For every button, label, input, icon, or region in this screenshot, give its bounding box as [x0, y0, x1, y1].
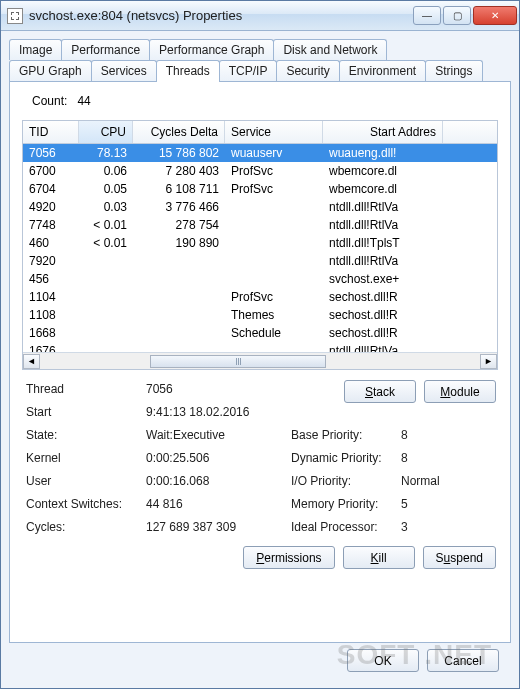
- col-tid[interactable]: TID: [23, 121, 79, 143]
- col-service[interactable]: Service: [225, 121, 323, 143]
- minimize-button[interactable]: ―: [413, 6, 441, 25]
- table-row[interactable]: 1108Themessechost.dll!R: [23, 306, 497, 324]
- kill-button[interactable]: Kill: [343, 546, 415, 569]
- tab-strip: Image Performance Performance Graph Disk…: [9, 39, 511, 82]
- tab-image[interactable]: Image: [9, 39, 62, 60]
- cell-cycles: 190 890: [133, 235, 225, 251]
- maximize-button[interactable]: ▢: [443, 6, 471, 25]
- cell-cycles: 7 280 403: [133, 163, 225, 179]
- window-title: svchost.exe:804 (netsvcs) Properties: [29, 8, 413, 23]
- cell-tid: 1676: [23, 343, 79, 352]
- cell-tid: 6700: [23, 163, 79, 179]
- cell-addr: svchost.exe+: [323, 271, 443, 287]
- scroll-track[interactable]: [40, 354, 480, 369]
- cell-service: [225, 242, 323, 244]
- ok-button[interactable]: OK: [347, 649, 419, 672]
- count-label: Count:: [32, 94, 67, 108]
- scroll-right-arrow[interactable]: ►: [480, 354, 497, 369]
- cell-cpu: 0.03: [79, 199, 133, 215]
- table-row[interactable]: 1668Schedulesechost.dll!R: [23, 324, 497, 342]
- cell-tid: 456: [23, 271, 79, 287]
- titlebar[interactable]: svchost.exe:804 (netsvcs) Properties ― ▢…: [1, 1, 519, 31]
- app-icon: [7, 8, 23, 24]
- tab-environment[interactable]: Environment: [339, 60, 426, 82]
- cell-service: ProfSvc: [225, 289, 323, 305]
- cycles-value: 127 689 387 309: [146, 520, 291, 534]
- cell-cycles: 15 786 802: [133, 145, 225, 161]
- cell-service: [225, 206, 323, 208]
- cell-cycles: [133, 314, 225, 316]
- tab-tcpip[interactable]: TCP/IP: [219, 60, 278, 82]
- table-row[interactable]: 49200.033 776 466ntdll.dll!RtlVa: [23, 198, 497, 216]
- table-row[interactable]: 67040.056 108 711ProfSvcwbemcore.dl: [23, 180, 497, 198]
- tab-gpu-graph[interactable]: GPU Graph: [9, 60, 92, 82]
- cell-addr: ntdll.dll!RtlVa: [323, 217, 443, 233]
- cell-cpu: < 0.01: [79, 235, 133, 251]
- cell-addr: ntdll.dll!RtlVa: [323, 253, 443, 269]
- suspend-button[interactable]: Suspend: [423, 546, 496, 569]
- close-button[interactable]: ✕: [473, 6, 517, 25]
- cell-tid: 7056: [23, 145, 79, 161]
- tab-performance-graph[interactable]: Performance Graph: [149, 39, 274, 60]
- table-body: 705678.1315 786 802wuauservwuaueng.dll!6…: [23, 144, 497, 352]
- threads-panel: Count: 44 TID CPU Cycles Delta Service S…: [9, 81, 511, 643]
- tab-performance[interactable]: Performance: [61, 39, 150, 60]
- properties-window: svchost.exe:804 (netsvcs) Properties ― ▢…: [0, 0, 520, 689]
- idealproc-label: Ideal Processor:: [291, 520, 401, 534]
- cell-cpu: < 0.01: [79, 217, 133, 233]
- count-row: Count: 44: [22, 92, 498, 114]
- table-row[interactable]: 460< 0.01190 890ntdll.dll!TplsT: [23, 234, 497, 252]
- cancel-button[interactable]: Cancel: [427, 649, 499, 672]
- table-row[interactable]: 67000.067 280 403ProfSvcwbemcore.dl: [23, 162, 497, 180]
- table-row[interactable]: 1676ntdll.dll!RtlVa: [23, 342, 497, 352]
- cell-addr: ntdll.dll!RtlVa: [323, 343, 443, 352]
- user-label: User: [26, 474, 146, 488]
- module-button[interactable]: Module: [424, 380, 496, 403]
- cell-cpu: 78.13: [79, 145, 133, 161]
- cell-addr: ntdll.dll!RtlVa: [323, 199, 443, 215]
- tab-threads[interactable]: Threads: [156, 60, 220, 82]
- cell-addr: wbemcore.dl: [323, 181, 443, 197]
- dynprio-label: Dynamic Priority:: [291, 451, 401, 465]
- col-cpu[interactable]: CPU: [79, 121, 133, 143]
- table-row[interactable]: 7748< 0.01278 754ntdll.dll!RtlVa: [23, 216, 497, 234]
- table-row[interactable]: 7920ntdll.dll!RtlVa: [23, 252, 497, 270]
- scroll-left-arrow[interactable]: ◄: [23, 354, 40, 369]
- user-value: 0:00:16.068: [146, 474, 291, 488]
- kernel-value: 0:00:25.506: [146, 451, 291, 465]
- dynprio-value: 8: [401, 451, 481, 465]
- memprio-value: 5: [401, 497, 481, 511]
- cell-service: [225, 224, 323, 226]
- tab-security[interactable]: Security: [276, 60, 339, 82]
- cell-service: [225, 260, 323, 262]
- cell-tid: 7748: [23, 217, 79, 233]
- cell-cpu: [79, 332, 133, 334]
- table-row[interactable]: 1104ProfSvcsechost.dll!R: [23, 288, 497, 306]
- cell-tid: 1108: [23, 307, 79, 323]
- ioprio-value: Normal: [401, 474, 481, 488]
- col-startaddr[interactable]: Start Addres: [323, 121, 443, 143]
- col-cycles[interactable]: Cycles Delta: [133, 121, 225, 143]
- table-row[interactable]: 705678.1315 786 802wuauservwuaueng.dll!: [23, 144, 497, 162]
- memprio-label: Memory Priority:: [291, 497, 401, 511]
- tab-disk-network[interactable]: Disk and Network: [273, 39, 387, 60]
- cell-tid: 460: [23, 235, 79, 251]
- cell-addr: wuaueng.dll!: [323, 145, 443, 161]
- permissions-button[interactable]: Permissions: [243, 546, 334, 569]
- table-header: TID CPU Cycles Delta Service Start Addre…: [23, 121, 497, 144]
- horizontal-scrollbar[interactable]: ◄ ►: [23, 352, 497, 369]
- scroll-thumb[interactable]: [150, 355, 326, 368]
- content-area: Image Performance Performance Graph Disk…: [1, 31, 519, 688]
- cell-cpu: [79, 278, 133, 280]
- cell-tid: 4920: [23, 199, 79, 215]
- tab-services[interactable]: Services: [91, 60, 157, 82]
- thread-value: 7056: [146, 382, 291, 396]
- cell-service: Schedule: [225, 325, 323, 341]
- table-row[interactable]: 456svchost.exe+: [23, 270, 497, 288]
- state-label: State:: [26, 428, 146, 442]
- kernel-label: Kernel: [26, 451, 146, 465]
- stack-button[interactable]: Stack: [344, 380, 416, 403]
- cell-tid: 7920: [23, 253, 79, 269]
- ctxsw-value: 44 816: [146, 497, 291, 511]
- tab-strings[interactable]: Strings: [425, 60, 482, 82]
